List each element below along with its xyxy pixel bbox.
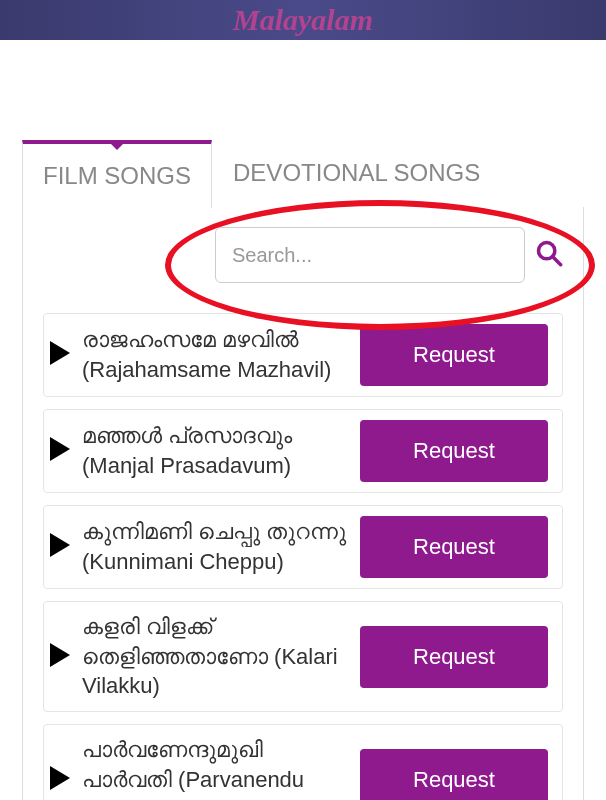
song-row: മഞ്ഞൾ പ്രസാദവും (Manjal Prasadavum) Requ… bbox=[43, 409, 563, 493]
app-title: Malayalam bbox=[233, 3, 373, 37]
song-title: പാർവണേന്ദുമുഖി പാർവതി (Parvanendu Mukhi) bbox=[78, 735, 352, 800]
song-tabs: FILM SONGS DEVOTIONAL SONGS bbox=[22, 140, 584, 208]
tab-film-songs[interactable]: FILM SONGS bbox=[22, 140, 212, 208]
search-input[interactable] bbox=[215, 227, 525, 283]
song-title: രാജഹംസമേ മഴവിൽ (Rajahamsame Mazhavil) bbox=[78, 325, 352, 384]
request-button[interactable]: Request bbox=[360, 626, 548, 688]
request-button[interactable]: Request bbox=[360, 749, 548, 800]
song-row: പാർവണേന്ദുമുഖി പാർവതി (Parvanendu Mukhi)… bbox=[43, 724, 563, 800]
request-button[interactable]: Request bbox=[360, 516, 548, 578]
song-row: കുന്നിമണി ചെപ്പു തുറന്നു (Kunnimani Chep… bbox=[43, 505, 563, 589]
play-icon[interactable] bbox=[50, 643, 70, 671]
main-content: FILM SONGS DEVOTIONAL SONGS രാജഹംസമേ മഴവ… bbox=[0, 40, 606, 800]
song-row: കളരി വിളക്ക് തെളിഞ്ഞതാണോ (Kalari Vilakku… bbox=[43, 601, 563, 712]
film-songs-panel: രാജഹംസമേ മഴവിൽ (Rajahamsame Mazhavil) Re… bbox=[22, 207, 584, 800]
song-list: രാജഹംസമേ മഴവിൽ (Rajahamsame Mazhavil) Re… bbox=[43, 313, 563, 800]
song-title: കുന്നിമണി ചെപ്പു തുറന്നു (Kunnimani Chep… bbox=[78, 517, 352, 576]
svg-marker-6 bbox=[50, 766, 70, 790]
svg-marker-2 bbox=[50, 341, 70, 365]
app-header: Malayalam bbox=[0, 0, 606, 40]
svg-marker-3 bbox=[50, 437, 70, 461]
svg-marker-4 bbox=[50, 533, 70, 557]
play-icon[interactable] bbox=[50, 533, 70, 561]
search-icon[interactable] bbox=[535, 239, 563, 271]
play-icon[interactable] bbox=[50, 341, 70, 369]
tab-devotional-songs[interactable]: DEVOTIONAL SONGS bbox=[212, 140, 501, 208]
song-title: മഞ്ഞൾ പ്രസാദവും (Manjal Prasadavum) bbox=[78, 421, 352, 480]
request-button[interactable]: Request bbox=[360, 420, 548, 482]
play-icon[interactable] bbox=[50, 437, 70, 465]
search-row bbox=[43, 227, 563, 283]
svg-line-1 bbox=[553, 257, 561, 265]
request-button[interactable]: Request bbox=[360, 324, 548, 386]
song-title: കളരി വിളക്ക് തെളിഞ്ഞതാണോ (Kalari Vilakku… bbox=[78, 612, 352, 701]
svg-marker-5 bbox=[50, 643, 70, 667]
song-row: രാജഹംസമേ മഴവിൽ (Rajahamsame Mazhavil) Re… bbox=[43, 313, 563, 397]
play-icon[interactable] bbox=[50, 766, 70, 794]
